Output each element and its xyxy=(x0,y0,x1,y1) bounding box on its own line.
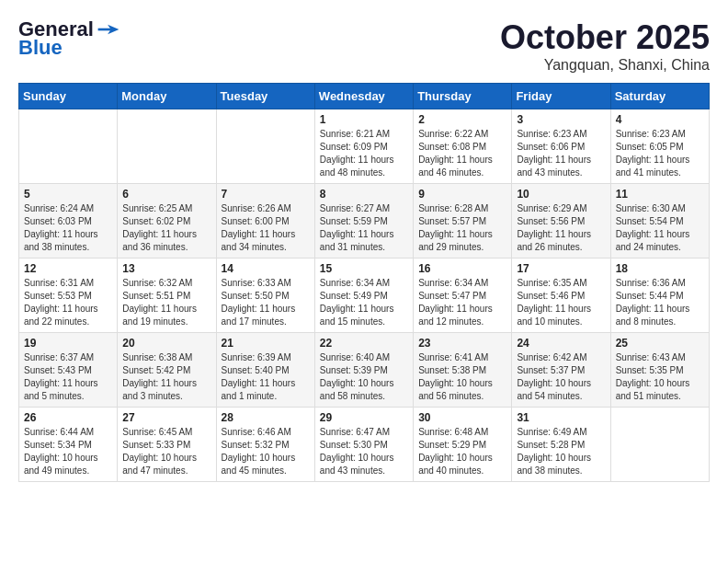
day-cell: 26Sunrise: 6:44 AM Sunset: 5:34 PM Dayli… xyxy=(19,408,118,482)
day-info: Sunrise: 6:39 AM Sunset: 5:40 PM Dayligh… xyxy=(222,351,310,403)
day-cell: 15Sunrise: 6:34 AM Sunset: 5:49 PM Dayli… xyxy=(314,259,413,333)
day-info: Sunrise: 6:23 AM Sunset: 6:06 PM Dayligh… xyxy=(517,128,605,179)
day-cell: 24Sunrise: 6:42 AM Sunset: 5:37 PM Dayli… xyxy=(512,333,610,408)
day-info: Sunrise: 6:36 AM Sunset: 5:44 PM Dayligh… xyxy=(616,277,704,328)
day-cell: 21Sunrise: 6:39 AM Sunset: 5:40 PM Dayli… xyxy=(216,333,314,408)
logo-blue-text: Blue xyxy=(18,37,63,59)
day-number: 4 xyxy=(616,113,704,126)
day-number: 26 xyxy=(24,411,112,424)
day-info: Sunrise: 6:21 AM Sunset: 6:09 PM Dayligh… xyxy=(320,128,408,179)
day-cell: 4Sunrise: 6:23 AM Sunset: 6:05 PM Daylig… xyxy=(610,109,709,184)
day-number: 11 xyxy=(616,188,704,201)
location: Yangquan, Shanxi, China xyxy=(500,57,710,74)
day-info: Sunrise: 6:48 AM Sunset: 5:29 PM Dayligh… xyxy=(418,426,506,477)
day-info: Sunrise: 6:23 AM Sunset: 6:05 PM Dayligh… xyxy=(616,128,704,179)
weekday-header-thursday: Thursday xyxy=(414,84,512,109)
day-number: 1 xyxy=(320,113,408,126)
day-number: 9 xyxy=(418,188,506,201)
day-info: Sunrise: 6:31 AM Sunset: 5:53 PM Dayligh… xyxy=(24,277,112,328)
day-cell: 17Sunrise: 6:35 AM Sunset: 5:46 PM Dayli… xyxy=(512,259,610,333)
day-info: Sunrise: 6:30 AM Sunset: 5:54 PM Dayligh… xyxy=(616,202,704,254)
weekday-header-friday: Friday xyxy=(512,84,610,109)
day-cell: 23Sunrise: 6:41 AM Sunset: 5:38 PM Dayli… xyxy=(414,333,512,408)
day-cell: 19Sunrise: 6:37 AM Sunset: 5:43 PM Dayli… xyxy=(19,333,118,408)
day-info: Sunrise: 6:47 AM Sunset: 5:30 PM Dayligh… xyxy=(320,426,408,477)
weekday-header-sunday: Sunday xyxy=(19,84,118,109)
week-row-2: 5Sunrise: 6:24 AM Sunset: 6:03 PM Daylig… xyxy=(19,184,710,259)
day-number: 31 xyxy=(517,411,605,424)
day-number: 23 xyxy=(418,337,506,350)
day-info: Sunrise: 6:45 AM Sunset: 5:33 PM Dayligh… xyxy=(122,426,210,477)
day-info: Sunrise: 6:22 AM Sunset: 6:08 PM Dayligh… xyxy=(418,128,506,179)
day-info: Sunrise: 6:24 AM Sunset: 6:03 PM Dayligh… xyxy=(24,202,112,254)
day-info: Sunrise: 6:28 AM Sunset: 5:57 PM Dayligh… xyxy=(418,202,506,254)
day-number: 19 xyxy=(24,337,112,350)
day-number: 12 xyxy=(24,262,112,275)
day-number: 27 xyxy=(122,411,210,424)
logo: General Blue xyxy=(18,18,121,59)
day-info: Sunrise: 6:41 AM Sunset: 5:38 PM Dayligh… xyxy=(418,351,506,403)
day-number: 2 xyxy=(418,113,506,126)
day-info: Sunrise: 6:25 AM Sunset: 6:02 PM Dayligh… xyxy=(122,202,210,254)
day-info: Sunrise: 6:37 AM Sunset: 5:43 PM Dayligh… xyxy=(24,351,112,403)
day-cell: 3Sunrise: 6:23 AM Sunset: 6:06 PM Daylig… xyxy=(512,109,610,184)
day-cell: 10Sunrise: 6:29 AM Sunset: 5:56 PM Dayli… xyxy=(512,184,610,259)
month-title: October 2025 xyxy=(500,18,710,57)
day-number: 28 xyxy=(222,411,310,424)
day-info: Sunrise: 6:34 AM Sunset: 5:47 PM Dayligh… xyxy=(418,277,506,328)
day-info: Sunrise: 6:29 AM Sunset: 5:56 PM Dayligh… xyxy=(517,202,605,254)
day-number: 6 xyxy=(122,188,210,201)
day-number: 13 xyxy=(122,262,210,275)
weekday-header-monday: Monday xyxy=(118,84,216,109)
day-number: 15 xyxy=(320,262,408,275)
day-cell: 6Sunrise: 6:25 AM Sunset: 6:02 PM Daylig… xyxy=(118,184,216,259)
day-cell: 7Sunrise: 6:26 AM Sunset: 6:00 PM Daylig… xyxy=(216,184,314,259)
day-cell xyxy=(610,408,709,482)
day-info: Sunrise: 6:44 AM Sunset: 5:34 PM Dayligh… xyxy=(24,426,112,477)
day-number: 18 xyxy=(616,262,704,275)
day-info: Sunrise: 6:46 AM Sunset: 5:32 PM Dayligh… xyxy=(222,426,310,477)
day-number: 8 xyxy=(320,188,408,201)
day-cell: 27Sunrise: 6:45 AM Sunset: 5:33 PM Dayli… xyxy=(118,408,216,482)
weekday-header-tuesday: Tuesday xyxy=(216,84,314,109)
day-info: Sunrise: 6:35 AM Sunset: 5:46 PM Dayligh… xyxy=(517,277,605,328)
day-cell: 2Sunrise: 6:22 AM Sunset: 6:08 PM Daylig… xyxy=(414,109,512,184)
day-info: Sunrise: 6:49 AM Sunset: 5:28 PM Dayligh… xyxy=(517,426,605,477)
day-number: 20 xyxy=(122,337,210,350)
day-cell: 9Sunrise: 6:28 AM Sunset: 5:57 PM Daylig… xyxy=(414,184,512,259)
day-cell: 5Sunrise: 6:24 AM Sunset: 6:03 PM Daylig… xyxy=(19,184,118,259)
day-cell: 30Sunrise: 6:48 AM Sunset: 5:29 PM Dayli… xyxy=(414,408,512,482)
day-cell xyxy=(19,109,118,184)
day-number: 24 xyxy=(517,337,605,350)
day-cell xyxy=(118,109,216,184)
day-info: Sunrise: 6:34 AM Sunset: 5:49 PM Dayligh… xyxy=(320,277,408,328)
week-row-3: 12Sunrise: 6:31 AM Sunset: 5:53 PM Dayli… xyxy=(19,259,710,333)
day-info: Sunrise: 6:40 AM Sunset: 5:39 PM Dayligh… xyxy=(320,351,408,403)
weekday-header-saturday: Saturday xyxy=(610,84,709,109)
day-number: 10 xyxy=(517,188,605,201)
day-cell: 25Sunrise: 6:43 AM Sunset: 5:35 PM Dayli… xyxy=(610,333,709,408)
title-block: October 2025 Yangquan, Shanxi, China xyxy=(500,18,710,74)
day-number: 22 xyxy=(320,337,408,350)
day-cell: 13Sunrise: 6:32 AM Sunset: 5:51 PM Dayli… xyxy=(118,259,216,333)
day-number: 7 xyxy=(222,188,310,201)
day-info: Sunrise: 6:38 AM Sunset: 5:42 PM Dayligh… xyxy=(122,351,210,403)
day-number: 30 xyxy=(418,411,506,424)
day-number: 3 xyxy=(517,113,605,126)
day-cell: 14Sunrise: 6:33 AM Sunset: 5:50 PM Dayli… xyxy=(216,259,314,333)
svg-rect-1 xyxy=(98,29,113,31)
logo-arrow-icon xyxy=(96,23,121,36)
page-header: General Blue October 2025 Yangquan, Shan… xyxy=(18,18,710,74)
week-row-5: 26Sunrise: 6:44 AM Sunset: 5:34 PM Dayli… xyxy=(19,408,710,482)
day-number: 16 xyxy=(418,262,506,275)
day-info: Sunrise: 6:42 AM Sunset: 5:37 PM Dayligh… xyxy=(517,351,605,403)
day-info: Sunrise: 6:33 AM Sunset: 5:50 PM Dayligh… xyxy=(222,277,310,328)
day-cell: 8Sunrise: 6:27 AM Sunset: 5:59 PM Daylig… xyxy=(314,184,413,259)
day-cell: 20Sunrise: 6:38 AM Sunset: 5:42 PM Dayli… xyxy=(118,333,216,408)
day-number: 5 xyxy=(24,188,112,201)
day-number: 29 xyxy=(320,411,408,424)
day-cell: 18Sunrise: 6:36 AM Sunset: 5:44 PM Dayli… xyxy=(610,259,709,333)
day-number: 25 xyxy=(616,337,704,350)
day-cell xyxy=(216,109,314,184)
day-cell: 12Sunrise: 6:31 AM Sunset: 5:53 PM Dayli… xyxy=(19,259,118,333)
